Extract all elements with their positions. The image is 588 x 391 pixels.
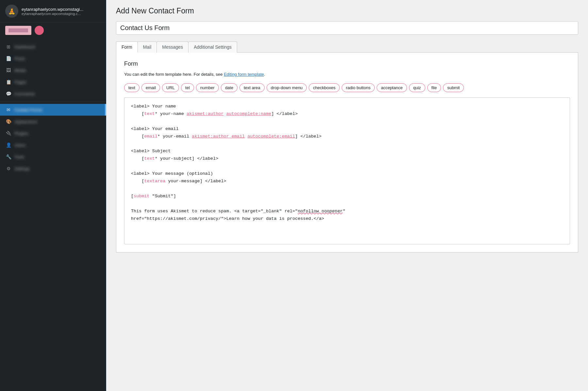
tab-mail[interactable]: Mail: [138, 41, 157, 53]
menu-icon-9: 🔧: [5, 154, 12, 160]
tag-buttons-container: text email URL tel number date text area…: [124, 83, 570, 92]
sidebar-label-3: Media: [14, 68, 101, 73]
sidebar-item-6[interactable]: 🎨 Appearance: [0, 116, 106, 127]
menu-icon-7: 🔌: [5, 130, 12, 137]
form-name-input[interactable]: [116, 21, 578, 35]
sidebar-label-1: Dashboard: [14, 44, 101, 49]
tag-btn-email[interactable]: email: [141, 83, 160, 92]
sidebar-item-10[interactable]: ⚙ Settings: [0, 163, 106, 174]
panel-title: Form: [124, 60, 570, 67]
tag-btn-file[interactable]: file: [427, 83, 441, 92]
tag-btn-text[interactable]: text: [124, 83, 139, 92]
sidebar-label-2: Posts: [14, 56, 101, 61]
tag-btn-acceptance[interactable]: acceptance: [377, 83, 407, 92]
tag-btn-url[interactable]: URL: [162, 83, 179, 92]
sidebar-item-8[interactable]: 👤 Users: [0, 139, 106, 151]
page-title: Add New Contact Form: [116, 7, 578, 15]
sidebar-logo-area: [0, 23, 106, 38]
sidebar-label-active: Contact Forms: [14, 107, 101, 112]
tag-btn-tel[interactable]: tel: [181, 83, 194, 92]
tag-btn-quiz[interactable]: quiz: [409, 83, 425, 92]
sidebar-label-5: Comments: [14, 91, 101, 96]
sidebar-label-9: Tools: [14, 155, 101, 159]
tag-btn-number[interactable]: number: [196, 83, 219, 92]
site-info: eytanraphaelycom.wpcomstagi... eytanraph…: [22, 7, 101, 16]
site-url: eytanraphaelycom.wpcomstaging.c...: [22, 12, 101, 16]
sidebar-item-3[interactable]: 🖼 Media: [0, 64, 106, 76]
menu-icon-4: 📋: [5, 79, 12, 85]
menu-icon-6: 🎨: [5, 118, 12, 125]
sidebar-label-7: Plugins: [14, 131, 101, 136]
sidebar-label-8: Users: [14, 143, 101, 148]
code-editor[interactable]: <label> Your name [text* your-name akism…: [124, 97, 570, 244]
sidebar-label-6: Appearance: [14, 119, 101, 124]
tag-btn-dropdown[interactable]: drop-down menu: [267, 83, 307, 92]
sidebar-item-5[interactable]: 💬 Comments: [0, 88, 106, 100]
sidebar-item-active[interactable]: ✉ Contact Forms: [0, 104, 106, 116]
tabs: Form Mail Messages Additional Settings: [116, 41, 578, 53]
menu-icon-5: 💬: [5, 90, 12, 97]
menu-icon-active: ✉: [5, 106, 12, 113]
sidebar-item-9[interactable]: 🔧 Tools: [0, 151, 106, 163]
panel-description-suffix: .: [264, 72, 265, 77]
sidebar-label-4: Pages: [14, 80, 101, 85]
sidebar-item-1[interactable]: ⊞ Dashboard: [0, 41, 106, 53]
avatar: 🧘: [5, 5, 18, 18]
tag-btn-radio[interactable]: radio buttons: [342, 83, 375, 92]
tag-btn-date[interactable]: date: [221, 83, 237, 92]
menu-icon-3: 🖼: [5, 67, 12, 73]
tab-additional-settings[interactable]: Additional Settings: [188, 41, 237, 53]
panel-description: You can edit the form template here. For…: [124, 71, 570, 78]
logo-circle: [35, 26, 44, 35]
sidebar-item-4[interactable]: 📋 Pages: [0, 76, 106, 88]
site-name: eytanraphaelycom.wpcomstagi...: [22, 7, 101, 12]
sidebar-menu: ⊞ Dashboard 📄 Posts 🖼 Media 📋 Pages 💬 Co…: [0, 38, 106, 391]
sidebar-divider-1: [0, 102, 106, 102]
editing-form-template-link[interactable]: Editing form template: [224, 72, 264, 77]
tab-messages[interactable]: Messages: [156, 41, 188, 53]
tab-panel-form: Form You can edit the form template here…: [116, 53, 578, 253]
sidebar-item-2[interactable]: 📄 Posts: [0, 53, 106, 64]
panel-description-text: You can edit the form template here. For…: [124, 72, 224, 77]
sidebar: 🧘 eytanraphaelycom.wpcomstagi... eytanra…: [0, 0, 106, 391]
sidebar-header: 🧘 eytanraphaelycom.wpcomstagi... eytanra…: [0, 0, 106, 23]
menu-icon-1: ⊞: [5, 43, 12, 50]
sidebar-item-7[interactable]: 🔌 Plugins: [0, 127, 106, 139]
tab-form[interactable]: Form: [116, 41, 138, 53]
tag-btn-submit[interactable]: submit: [443, 83, 464, 92]
menu-icon-2: 📄: [5, 55, 12, 62]
tag-btn-textarea[interactable]: text area: [239, 83, 265, 92]
logo-placeholder: [5, 26, 31, 35]
sidebar-label-10: Settings: [14, 166, 101, 171]
main-content: Add New Contact Form Form Mail Messages …: [106, 0, 588, 391]
tag-btn-checkboxes[interactable]: checkboxes: [309, 83, 340, 92]
menu-icon-10: ⚙: [5, 165, 12, 172]
menu-icon-8: 👤: [5, 142, 12, 148]
